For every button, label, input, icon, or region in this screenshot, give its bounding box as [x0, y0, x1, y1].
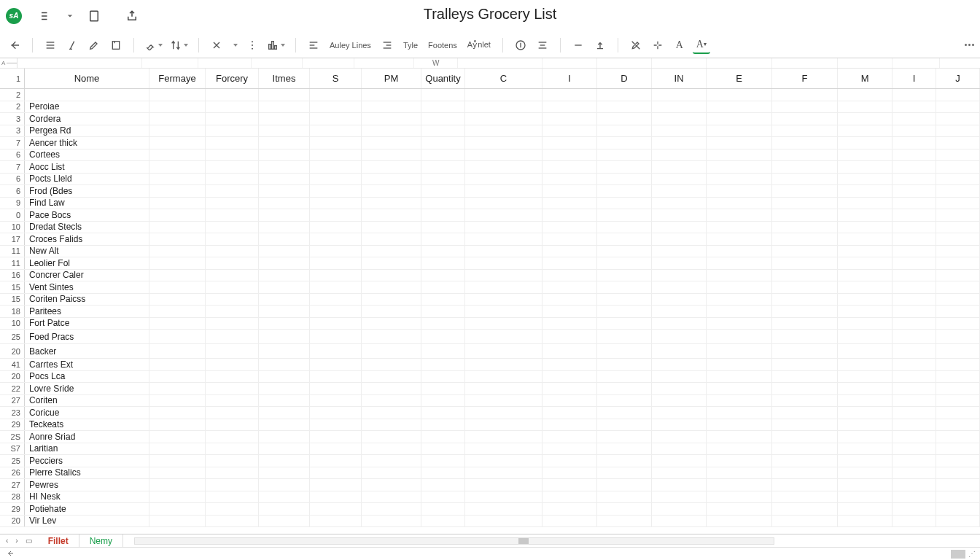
cell[interactable]: [652, 491, 707, 503]
cell[interactable]: [465, 306, 542, 317]
cell[interactable]: [936, 318, 980, 330]
cell[interactable]: [362, 161, 421, 173]
cell[interactable]: [652, 294, 707, 306]
cell[interactable]: [772, 233, 838, 245]
cell[interactable]: [465, 359, 542, 370]
cell[interactable]: [542, 161, 597, 173]
cell[interactable]: [652, 174, 707, 185]
cell[interactable]: [707, 467, 772, 479]
cell-name[interactable]: Foed Pracs: [25, 330, 149, 343]
cell[interactable]: [772, 257, 838, 269]
cell[interactable]: [310, 209, 362, 221]
cell[interactable]: [597, 443, 652, 455]
name-box[interactable]: A: [0, 58, 18, 68]
cell-name[interactable]: Coriten: [25, 395, 149, 407]
cell[interactable]: [149, 306, 206, 317]
col-letter[interactable]: [707, 58, 772, 68]
cell[interactable]: [542, 467, 597, 479]
cell[interactable]: [652, 257, 707, 269]
document-title[interactable]: Tralleys Grocery List: [424, 6, 557, 23]
cell[interactable]: [259, 306, 310, 317]
cell[interactable]: [936, 359, 980, 370]
cell[interactable]: [542, 383, 597, 394]
cell[interactable]: [310, 149, 362, 161]
cell[interactable]: [936, 467, 980, 479]
cell[interactable]: [597, 198, 652, 209]
cell[interactable]: [259, 222, 310, 233]
cell-name[interactable]: Teckeats: [25, 419, 149, 431]
cell[interactable]: [362, 491, 421, 503]
cell[interactable]: [362, 270, 421, 281]
cell[interactable]: [465, 419, 542, 431]
cell[interactable]: [936, 516, 980, 527]
cell[interactable]: [542, 281, 597, 293]
cell[interactable]: [707, 443, 772, 455]
cell[interactable]: [892, 467, 936, 479]
col-letter[interactable]: [142, 58, 198, 68]
cell[interactable]: [652, 246, 707, 257]
cell[interactable]: [542, 257, 597, 269]
zoom-indicator[interactable]: [951, 550, 965, 559]
cell[interactable]: [936, 344, 980, 358]
cell[interactable]: [259, 371, 310, 383]
cell[interactable]: [149, 371, 206, 383]
cell[interactable]: [707, 479, 772, 491]
cell[interactable]: [652, 419, 707, 431]
cell[interactable]: [259, 209, 310, 221]
cell[interactable]: [652, 516, 707, 527]
cell[interactable]: [259, 479, 310, 491]
cell[interactable]: [310, 479, 362, 491]
status-back-icon[interactable]: [6, 548, 15, 561]
cell[interactable]: [542, 359, 597, 370]
cell[interactable]: [838, 185, 892, 197]
cell[interactable]: [772, 491, 838, 503]
cell[interactable]: [542, 306, 597, 317]
cell[interactable]: [149, 233, 206, 245]
cell[interactable]: [597, 344, 652, 358]
cell[interactable]: [892, 330, 936, 343]
row-number[interactable]: 15: [0, 294, 25, 306]
header-fermaye[interactable]: Fermaye: [149, 69, 206, 88]
cell[interactable]: [936, 149, 980, 161]
cell[interactable]: [362, 443, 421, 455]
cell[interactable]: [707, 89, 772, 101]
cell[interactable]: [652, 318, 707, 330]
cell[interactable]: [149, 395, 206, 407]
cell[interactable]: [206, 174, 259, 185]
cell-name[interactable]: Aocc List: [25, 161, 149, 173]
cell[interactable]: [259, 257, 310, 269]
cell[interactable]: [421, 233, 465, 245]
cell[interactable]: [465, 294, 542, 306]
cell[interactable]: [597, 431, 652, 443]
cell[interactable]: [597, 161, 652, 173]
cell[interactable]: [421, 395, 465, 407]
cell[interactable]: [838, 294, 892, 306]
cell[interactable]: [310, 455, 362, 467]
cell[interactable]: [838, 161, 892, 173]
col-letter-w[interactable]: W: [414, 58, 458, 68]
spreadsheet-grid[interactable]: 1 Nome Fermaye Forcery Itmes S PM Quanti…: [0, 69, 980, 534]
cell[interactable]: [838, 455, 892, 467]
cell[interactable]: [421, 443, 465, 455]
cell[interactable]: [259, 246, 310, 257]
cell[interactable]: [707, 233, 772, 245]
cell[interactable]: [206, 431, 259, 443]
cell[interactable]: [310, 294, 362, 306]
row-number[interactable]: 29: [0, 503, 25, 515]
cell[interactable]: [772, 222, 838, 233]
dots-vert-icon[interactable]: [244, 36, 261, 54]
header-e[interactable]: E: [707, 69, 772, 88]
cell[interactable]: [597, 101, 652, 113]
cell[interactable]: [936, 395, 980, 407]
cell[interactable]: [310, 89, 362, 101]
cell[interactable]: [206, 125, 259, 137]
cell[interactable]: [206, 222, 259, 233]
cell[interactable]: [707, 419, 772, 431]
cell[interactable]: [362, 371, 421, 383]
cell[interactable]: [542, 209, 597, 221]
cell[interactable]: [465, 516, 542, 527]
cell-name[interactable]: Coriten Paicss: [25, 294, 149, 306]
cell[interactable]: [421, 281, 465, 293]
cell[interactable]: [206, 383, 259, 394]
cell[interactable]: [772, 281, 838, 293]
